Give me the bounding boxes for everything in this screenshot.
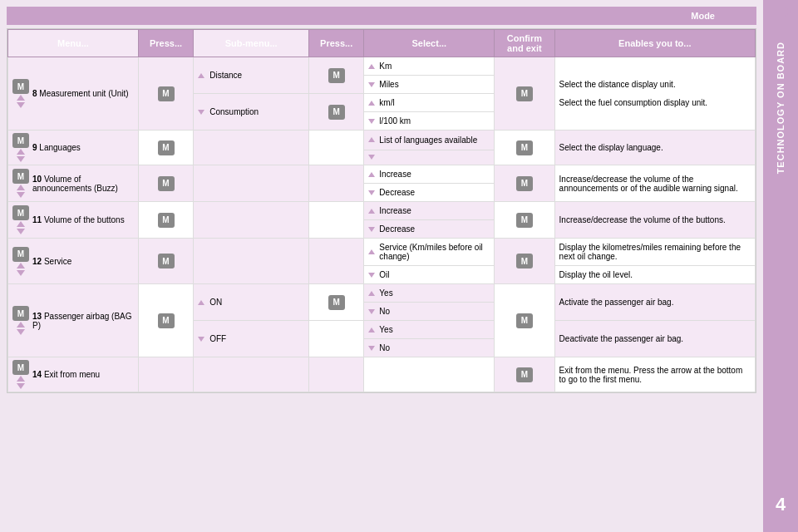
m-button[interactable]: M [328,105,345,120]
arrow-up-icon [198,300,204,305]
arrow-down-icon [17,192,25,198]
menu-label-11: 11 Volume of the buttons [32,215,125,224]
press2-14 [308,357,363,392]
menu-cell-12: M 12 Service [8,239,139,284]
menu-label-12: 12 Service [32,257,71,266]
m-button[interactable]: M [158,176,175,191]
menu-cell-11: M 11 Volume of the buttons [8,202,139,239]
press-11: M [138,202,193,239]
arrow-up-icon [198,73,204,78]
m-button[interactable]: M [516,140,533,155]
select-lang-down [364,150,495,165]
m-button[interactable]: M [12,205,29,220]
m-button[interactable]: M [158,254,175,268]
col-select: Select... [364,30,495,57]
page-title: Mode [691,11,715,21]
arrow-down-icon [368,155,375,160]
arrow-up-icon [17,322,25,328]
m-button[interactable]: M [12,133,29,148]
table-row: M 13 Passenger airbag (BAG P) M [8,284,756,303]
select-label: Yes [379,325,392,334]
right-sidebar: TECHNOLOGY ON BOARD 4 [763,0,798,532]
m-button[interactable]: M [12,169,29,184]
submenu-label: Consumption [209,107,259,116]
submenu-label: OFF [209,334,226,343]
submenu-distance: Distance [194,57,309,94]
select-l100km: l/100 km [364,112,495,131]
confirm-8: M [495,57,554,131]
menu-label-8: 8 Measurement unit (Unit) [32,89,129,98]
m-button[interactable]: M [516,213,533,228]
arrow-down-icon [368,82,375,87]
menu-cell-8: M 8 Measurement unit (Unit) [8,57,139,131]
main-table: Menu... Press... Sub-menu... Press... Se… [7,28,756,393]
arrow-up-icon [368,64,375,69]
m-button[interactable]: M [516,254,533,268]
press-14 [138,357,193,392]
m-button[interactable]: M [328,68,345,83]
arrow-up-icon [17,376,25,382]
col-press1: Press... [138,30,193,57]
m-button[interactable]: M [158,86,175,101]
enables-10: Increase/decrease the volume of the anno… [554,165,755,202]
select-km: Km [364,57,495,76]
select-label: Service (Km/miles before oil change) [379,243,490,261]
confirm-14: M [495,357,554,392]
arrow-down-icon [368,309,375,314]
menu-cell-14: M 14 Exit from menu [8,357,139,392]
menu-cell-9: M 9 Languages [8,131,139,165]
press2-consumption: M [308,94,363,131]
arrow-up-icon [17,263,25,268]
arrow-down-icon [368,346,375,351]
arrow-up-icon [17,149,25,155]
submenu-on: ON [194,284,309,321]
table-row: M 8 Measurement unit (Unit) M [8,57,756,76]
nav-arrow [784,7,791,17]
arrow-down-icon [368,119,375,124]
arrow-down-icon [17,102,25,108]
m-button[interactable]: M [12,360,29,375]
arrow-up-icon [368,172,375,177]
table-row: M 12 Service M [8,239,756,266]
arrow-down-icon [198,337,204,342]
m-button[interactable]: M [516,367,533,382]
m-button[interactable]: M [158,313,175,328]
menu-cell-13: M 13 Passenger airbag (BAG P) [8,284,139,357]
enables-12-1: Display the kilometres/miles remaining b… [554,239,755,266]
select-miles: Miles [364,76,495,94]
m-button[interactable]: M [12,306,29,321]
select-label: Increase [379,206,411,215]
confirm-9: M [495,131,554,165]
select-label: Oil [379,270,389,279]
sidebar-label: TECHNOLOGY ON BOARD [776,42,786,174]
m-button[interactable]: M [516,176,533,191]
enables-12-2: Display the oil level. [554,266,755,284]
m-button[interactable]: M [328,295,345,310]
submenu-consumption: Consumption [194,94,309,131]
m-button[interactable]: M [12,247,29,262]
enables-11: Increase/decrease the volume of the butt… [554,202,755,239]
arrow-up-icon [368,137,375,142]
enables-13-1: Activate the passenger air bag. [554,284,755,321]
submenu-14 [194,357,309,392]
press2-9 [308,131,363,165]
table-row: M 11 Volume of the buttons M [8,202,756,220]
submenu-label: ON [209,298,222,307]
m-button[interactable]: M [158,213,175,228]
m-button[interactable]: M [12,79,29,94]
submenu-off: OFF [194,321,309,357]
confirm-13: M [495,284,554,357]
m-button[interactable]: M [516,313,533,328]
select-label: Decrease [379,224,415,234]
m-button[interactable]: M [516,86,533,101]
select-label: No [379,307,390,316]
menu-label-14: 14 Exit from menu [32,370,100,379]
select-14 [364,357,495,392]
m-button[interactable]: M [158,140,175,155]
press2-on: M [308,284,363,321]
arrow-up-icon [368,209,375,214]
arrow-down-icon [17,270,25,276]
menu-arrows-13: M [12,306,29,335]
select-kml: km/l [364,94,495,112]
table-row: M 10 Volume of announcements (Buzz) [8,165,756,184]
